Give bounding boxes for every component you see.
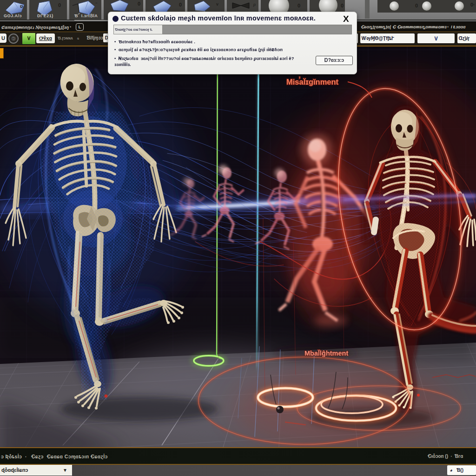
svg-text:Mis̕al̈ɪgĭnment: Mis̕al̈ɪgĭnment <box>286 76 339 86</box>
svg-text:0: 0 <box>58 2 61 8</box>
svg-text:Mbal̈lĝhtment: Mbal̈lĝhtment <box>304 350 348 357</box>
svg-text:p: p <box>253 2 256 7</box>
svg-text:v: v <box>216 2 218 7</box>
svg-text:0: 0 <box>298 3 300 8</box>
svg-text:0: 0 <box>415 3 418 8</box>
svg-text:0: 0 <box>138 1 140 7</box>
svg-text:DՐE21): DՐE21) <box>37 13 53 18</box>
svg-text:0: 0 <box>341 3 344 8</box>
svg-text:0·: 0· <box>470 2 475 7</box>
svg-text:~: ~ <box>95 1 98 5</box>
svg-text:GOJ.A/ɔ: GOJ.A/ɔ <box>4 13 22 18</box>
svg-text:0: 0 <box>179 2 182 7</box>
svg-text:ʋ: ʋ <box>20 3 23 9</box>
svg-text:Ɓ՜ І.ɜrtՅlА: Ɓ՜ І.ɜrtՅlА <box>74 13 98 18</box>
